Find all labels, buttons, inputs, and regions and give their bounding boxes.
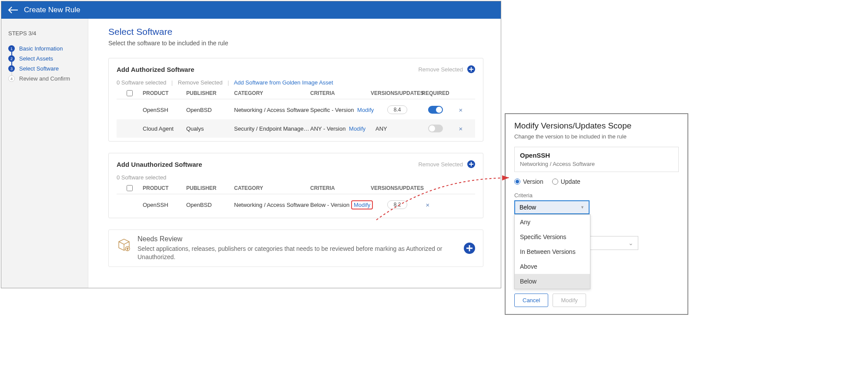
criteria-option[interactable]: Above [515,259,590,274]
criteria-cell: Specific - Version Modify [310,107,375,113]
criteria-option-selected[interactable]: Below [515,274,590,289]
criteria-label: Criteria [514,192,679,199]
needs-review-card: ? Needs Review Select applications, rele… [108,230,483,267]
delete-row-icon[interactable]: × [452,125,469,132]
step-select-assets[interactable]: 2 Select Assets [8,55,83,62]
selected-count: 0 Software selected [117,79,166,86]
software-name: OpenSSH [520,152,673,159]
criteria-cell: Below - Version Modify [310,202,375,208]
add-authorized-button[interactable] [467,65,475,73]
cancel-button[interactable]: Cancel [514,294,548,307]
select-all-checkbox[interactable] [127,90,133,96]
popup-title: Modify Versions/Updates Scope [514,121,679,131]
publisher-cell: OpenBSD [186,202,234,208]
modify-link[interactable]: Modify [349,125,365,132]
version-badge: 8.4 [387,105,408,114]
criteria-cell: ANY - Version Modify [310,125,375,132]
criteria-option[interactable]: In Between Versions [515,244,590,259]
remove-selected-link[interactable]: Remove Selected [418,66,463,73]
criteria-option[interactable]: Any [515,215,590,230]
remove-selected-link[interactable]: Remove Selected [418,161,463,168]
publisher-cell: OpenBSD [186,107,234,113]
callout-arrow-icon [374,174,513,226]
steps-sidebar: STEPS 3/4 1 Basic Information 2 Select A… [1,19,88,288]
product-cell: Cloud Agent [143,125,186,132]
product-cell: OpenSSH [143,107,186,113]
main-subtitle: Select the software to be included in th… [108,40,483,47]
required-toggle[interactable] [428,106,443,114]
select-all-checkbox[interactable] [127,185,133,191]
popup-subtitle: Change the version to be included in the… [514,133,679,140]
package-icon: ? [117,236,131,251]
unauthorized-title: Add Unauthorized Software [117,161,202,168]
delete-row-icon[interactable]: × [452,106,469,114]
modify-versions-popup: Modify Versions/Updates Scope Change the… [505,113,688,315]
authorized-software-card: Add Authorized Software Remove Selected … [108,58,483,142]
radio-update[interactable]: Update [552,178,580,185]
auth-table-header: PRODUCT PUBLISHER CATEGORY CRITERIA VERS… [117,90,475,99]
version-cell: ANY [375,125,387,132]
remove-selected-inline[interactable]: Remove Selected [178,79,223,86]
svg-text:?: ? [127,247,128,250]
category-cell: Networking / Access Software [234,107,310,113]
software-summary: OpenSSH Networking / Access Software [514,147,679,172]
chevron-down-icon: ▼ [580,205,584,209]
category-cell: Networking / Access Software [234,202,310,208]
step-label: Basic Information [19,45,63,52]
criteria-selected-value: Below [519,204,536,211]
category-cell: Security / Endpoint Managem... [234,125,310,132]
add-unauthorized-button[interactable] [467,160,475,168]
back-arrow-icon[interactable] [7,6,18,14]
main-heading: Select Software [108,27,483,37]
step-label: Review and Confirm [19,75,70,82]
page-title: Create New Rule [24,6,80,14]
radio-version[interactable]: Version [514,178,543,185]
criteria-dropdown-menu: Any Specific Versions In Between Version… [514,214,590,289]
needs-review-title: Needs Review [137,235,451,243]
table-row: Cloud Agent Qualys Security / Endpoint M… [117,119,475,138]
chevron-down-icon: ⌄ [628,240,633,246]
modify-link-highlighted[interactable]: Modify [354,202,370,208]
step-select-software[interactable]: 3 Select Software [8,65,83,72]
criteria-option[interactable]: Specific Versions [515,230,590,244]
add-golden-image-link[interactable]: Add Software from Golden Image Asset [234,79,333,86]
modify-link[interactable]: Modify [357,107,374,113]
authorized-title: Add Authorized Software [117,66,194,73]
titlebar: Create New Rule [1,1,501,19]
steps-counter: STEPS 3/4 [8,30,83,37]
table-row: OpenSSH OpenBSD Networking / Access Soft… [117,100,475,119]
modify-button[interactable]: Modify [553,294,586,307]
software-category: Networking / Access Software [520,161,673,167]
step-label: Select Software [19,65,59,72]
selected-count: 0 Software selected [117,174,166,181]
step-review-confirm[interactable]: 4 Review and Confirm [8,75,83,82]
criteria-dropdown[interactable]: Below ▼ Any Specific Versions In Between… [514,200,590,214]
step-basic-information[interactable]: 1 Basic Information [8,45,83,52]
publisher-cell: Qualys [186,125,234,132]
step-label: Select Assets [19,55,53,62]
step-number-icon: 2 [8,55,15,62]
product-cell: OpenSSH [143,202,186,208]
needs-review-text: Select applications, releases, publisher… [137,245,451,261]
step-number-icon: 3 [8,65,15,72]
required-toggle[interactable] [428,125,443,132]
add-needs-review-button[interactable] [464,243,475,254]
step-number-icon: 1 [8,45,15,52]
step-number-icon: 4 [8,75,15,82]
